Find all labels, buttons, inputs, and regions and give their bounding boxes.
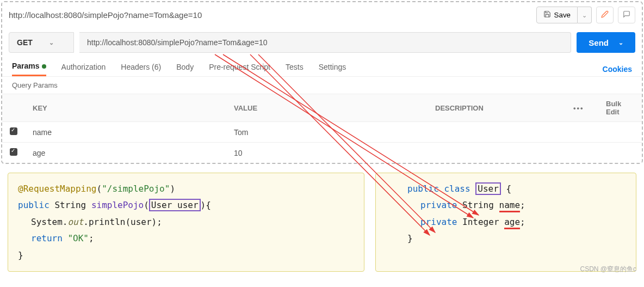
param-value[interactable]: 10 [226, 143, 428, 163]
comment-button[interactable] [618, 7, 635, 23]
param-key[interactable]: age [25, 143, 226, 163]
table-row: name Tom [2, 122, 642, 143]
send-button[interactable]: Send ⌄ [577, 32, 635, 53]
main-panel: http://localhost:8080/simplePojo?name=To… [1, 1, 643, 164]
comment-icon [623, 10, 630, 18]
url-value: http://localhost:8080/simplePojo?name=To… [87, 38, 268, 47]
param-highlight: User user [149, 199, 201, 211]
tab-body[interactable]: Body [176, 63, 194, 76]
save-dropdown[interactable]: ⌄ [578, 7, 592, 23]
param-value[interactable]: Tom [226, 122, 428, 143]
controller-code: @RequestMapping("/simplePojo") public St… [8, 173, 364, 272]
save-button[interactable]: Save [536, 7, 578, 23]
class-highlight: User [475, 182, 501, 195]
table-header-row: KEY VALUE DESCRIPTION ••• Bulk Edit [2, 94, 642, 122]
tab-authorization[interactable]: Authorization [61, 63, 106, 76]
edit-button[interactable] [596, 7, 614, 23]
method-value: GET [17, 38, 33, 47]
field-name: name [499, 200, 521, 212]
tab-tests[interactable]: Tests [286, 63, 304, 76]
entity-code: public class User { private String name;… [375, 173, 636, 272]
checkbox[interactable] [10, 127, 17, 135]
tab-params[interactable]: Params [12, 62, 46, 76]
header-actions: Save ⌄ [536, 7, 635, 23]
bulk-edit-link[interactable]: Bulk Edit [606, 100, 621, 116]
tab-settings[interactable]: Settings [319, 63, 346, 76]
checkbox[interactable] [10, 148, 17, 156]
save-label: Save [554, 11, 571, 19]
table-row: age 10 [2, 143, 642, 163]
params-table: KEY VALUE DESCRIPTION ••• Bulk Edit name… [2, 94, 642, 163]
send-label: Send [589, 38, 609, 47]
col-key: KEY [25, 94, 226, 122]
params-indicator-dot [42, 64, 46, 69]
tab-prerequest[interactable]: Pre-request Script [209, 63, 270, 76]
request-tabs: Params Authorization Headers (6) Body Pr… [2, 57, 642, 77]
param-key[interactable]: name [25, 122, 226, 143]
code-examples: @RequestMapping("/simplePojo") public St… [0, 165, 644, 276]
pencil-icon [601, 10, 609, 18]
request-row: GET ⌄ http://localhost:8080/simplePojo?n… [2, 28, 642, 57]
url-input[interactable]: http://localhost:8080/simplePojo?name=To… [79, 32, 571, 53]
watermark: CSDN @窒息的鱼c [580, 265, 636, 274]
more-options[interactable]: ••• [573, 104, 584, 112]
method-select[interactable]: GET ⌄ [9, 32, 74, 53]
request-title: http://localhost:8080/simplePojo?name=To… [9, 10, 202, 20]
chevron-down-icon: ⌄ [49, 39, 54, 46]
request-header: http://localhost:8080/simplePojo?name=To… [2, 2, 642, 28]
chevron-down-icon: ⌄ [618, 39, 623, 46]
query-params-label: Query Params [2, 77, 642, 94]
field-age: age [504, 217, 520, 229]
cookies-link[interactable]: Cookies [603, 65, 632, 74]
col-description: DESCRIPTION [428, 94, 566, 122]
tab-headers[interactable]: Headers (6) [121, 63, 161, 76]
save-icon [543, 10, 551, 20]
col-value: VALUE [226, 94, 428, 122]
chevron-down-icon: ⌄ [582, 12, 587, 19]
